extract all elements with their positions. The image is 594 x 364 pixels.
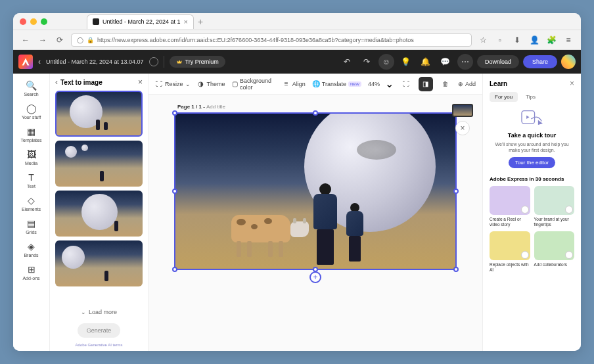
comments-icon[interactable]: 💬 — [438, 54, 453, 70]
resize-handle-bl[interactable] — [172, 267, 177, 272]
canvas-viewport[interactable]: Page 1 / 1 - Add title — [148, 95, 482, 351]
gen-ai-terms-link[interactable]: Adobe Generative AI terms — [55, 343, 143, 347]
rail-media[interactable]: 🖼Media — [17, 147, 46, 168]
addons-icon: ⊞ — [28, 264, 35, 275]
forward-button[interactable]: → — [37, 34, 49, 46]
bookmark-icon[interactable]: ☆ — [477, 34, 489, 46]
check-icon — [565, 206, 573, 214]
thumbnail-1[interactable] — [55, 91, 143, 137]
tour-desc: We'll show you around and help you make … — [490, 141, 574, 153]
close-tab-icon[interactable]: × — [184, 18, 188, 26]
redo-button[interactable]: ↷ — [359, 54, 375, 70]
rail-addons[interactable]: ⊞Add-ons — [17, 262, 46, 283]
back-button[interactable]: ← — [20, 34, 32, 46]
page-navigator-close[interactable]: × — [455, 121, 470, 135]
learn-title: Learn — [490, 80, 507, 87]
page-navigator-thumbnail[interactable] — [452, 104, 473, 117]
accessibility-icon[interactable]: ☺ — [378, 54, 394, 70]
learn-close-button[interactable]: × — [570, 79, 574, 88]
reload-button[interactable]: ⟳ — [54, 34, 66, 46]
align-button[interactable]: ≡Align — [283, 80, 306, 88]
url-input[interactable]: ◯ 🔒 https://new.express.adobe.com/id/urn… — [71, 34, 472, 47]
app-header: ‹ Untitled - March 22, 2024 at 13.04.07 … — [13, 50, 581, 74]
templates-icon: ▦ — [27, 126, 35, 137]
tour-icon — [520, 108, 544, 129]
view-mode-button[interactable]: ◨ — [419, 77, 433, 91]
learn-card-replace[interactable]: Replace objects with AI — [490, 231, 530, 273]
new-tab-button[interactable]: + — [198, 16, 203, 27]
maximize-window-button[interactable] — [41, 18, 47, 25]
cloud-sync-icon[interactable] — [149, 57, 158, 66]
rail-grids[interactable]: ▤Grids — [17, 216, 46, 237]
try-premium-button[interactable]: Try Premium — [170, 56, 225, 68]
account-icon[interactable]: 👤 — [528, 34, 540, 46]
generated-thumbnails[interactable] — [55, 91, 143, 304]
share-button[interactable]: Share — [523, 55, 557, 68]
download-button[interactable]: Download — [477, 55, 519, 68]
translate-button[interactable]: 🌐TranslateNEW — [312, 80, 361, 88]
add-page-button[interactable]: ⊕Add — [458, 81, 476, 87]
load-more-button[interactable]: ⌄ Load more — [55, 304, 143, 321]
zoom-chevron-icon[interactable]: ⌄ — [385, 78, 394, 90]
document-title[interactable]: Untitled - March 22, 2024 at 13.04.07 — [46, 58, 144, 65]
rail-templates[interactable]: ▦Templates — [17, 124, 46, 145]
resize-handle-lm[interactable] — [172, 189, 177, 194]
check-icon — [565, 251, 573, 259]
resize-handle-br[interactable] — [453, 267, 459, 272]
extensions-icon[interactable]: 🧩 — [545, 34, 557, 46]
page-label[interactable]: Page 1 / 1 - Add title — [177, 104, 225, 110]
rail-elements[interactable]: ◇Elements — [17, 193, 46, 214]
thumbnail-4[interactable] — [55, 240, 143, 286]
delete-page-button[interactable]: 🗑 — [438, 77, 453, 91]
tab-tips[interactable]: Tips — [520, 92, 541, 102]
rail-your-stuff[interactable]: ◯Your stuff — [17, 101, 46, 122]
resize-handle-tl[interactable] — [172, 110, 177, 116]
learn-card-reel[interactable]: Create a Reel or video story — [490, 186, 530, 227]
media-icon: 🖼 — [27, 149, 36, 160]
undo-button[interactable]: ↶ — [339, 54, 355, 70]
more-menu-button[interactable]: ⋯ — [457, 54, 473, 70]
tour-button[interactable]: Tour the editor — [509, 157, 555, 168]
zoom-level[interactable]: 44% — [368, 81, 380, 87]
learn-card-collab[interactable]: Add collaborators — [534, 231, 575, 273]
generate-button[interactable]: Generate — [78, 323, 121, 338]
tab-title: Untitled - March 22, 2024 at 1 — [103, 18, 181, 25]
close-window-button[interactable] — [20, 18, 26, 25]
background-color-button[interactable]: ▢Background color — [232, 78, 276, 91]
browser-tab[interactable]: Untitled - March 22, 2024 at 1 × — [87, 14, 194, 29]
fit-button[interactable]: ⛶ — [399, 77, 413, 91]
canvas-page[interactable]: + — [174, 112, 457, 270]
rail-brands[interactable]: ◈Brands — [17, 239, 46, 260]
menu-icon[interactable]: ≡ — [562, 34, 574, 46]
theme-button[interactable]: ◑Theme — [197, 80, 225, 88]
add-page-below-button[interactable]: + — [309, 271, 321, 283]
learn-panel: Learn × For you Tips Take a quick tour W… — [482, 74, 581, 351]
downloads-icon[interactable]: ⬇ — [511, 34, 523, 46]
rail-search[interactable]: 🔍Search — [17, 78, 46, 99]
rail-text[interactable]: TText — [17, 170, 46, 191]
resize-button[interactable]: ⛶Resize⌄ — [155, 80, 191, 88]
window-titlebar: Untitled - March 22, 2024 at 1 × + — [13, 13, 581, 30]
shield-icon: ◯ — [77, 37, 83, 43]
resize-handle-rm[interactable] — [453, 189, 459, 194]
notifications-icon[interactable]: 🔔 — [418, 54, 434, 70]
extension-icon[interactable]: ▫ — [494, 34, 506, 46]
panel-back-button[interactable]: ‹ — [55, 78, 58, 87]
user-avatar[interactable] — [561, 55, 576, 69]
canvas-artwork[interactable] — [175, 114, 455, 269]
thumbnail-2[interactable] — [55, 141, 143, 187]
back-chevron-icon[interactable]: ‹ — [38, 57, 41, 66]
resize-handle-tm[interactable] — [313, 110, 318, 116]
panel-close-button[interactable]: × — [138, 78, 143, 87]
chevron-down-icon: ⌄ — [81, 309, 86, 315]
lightbulb-icon[interactable]: 💡 — [398, 54, 414, 70]
thumbnail-3[interactable] — [55, 191, 143, 237]
learn-card-brand[interactable]: Your brand at your fingertips — [534, 186, 575, 227]
left-rail: 🔍Search ◯Your stuff ▦Templates 🖼Media TT… — [13, 74, 50, 351]
text-to-image-panel: ‹ Text to image × — [50, 74, 148, 351]
translate-icon: 🌐 — [312, 80, 320, 88]
theme-icon: ◑ — [197, 80, 205, 88]
adobe-express-logo[interactable] — [18, 55, 33, 69]
minimize-window-button[interactable] — [30, 18, 37, 25]
tab-for-you[interactable]: For you — [490, 92, 518, 102]
